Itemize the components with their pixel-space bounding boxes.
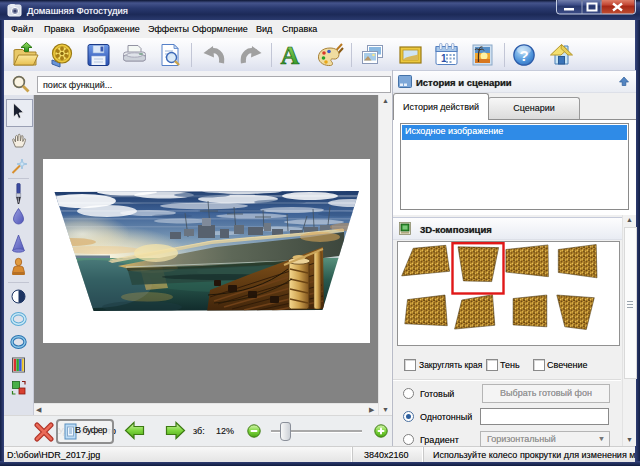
svg-text:?: ? — [519, 47, 528, 64]
svg-text:A: A — [281, 42, 300, 69]
